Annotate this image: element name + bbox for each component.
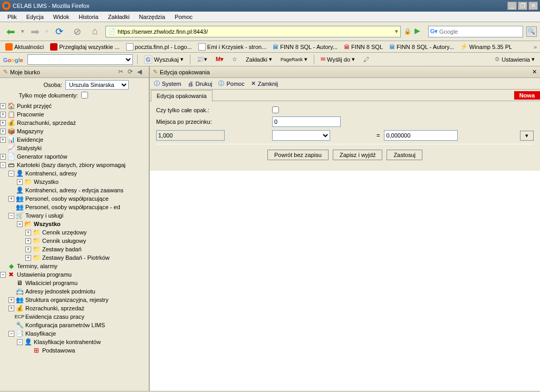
toolbar-print[interactable]: 🖨Drukuj: [188, 81, 213, 87]
menu-bookmarks[interactable]: Zakładki: [104, 13, 134, 21]
pagerank-button[interactable]: PageRank▾: [278, 55, 310, 64]
tree-node-kontrahenci[interactable]: −👤Kontrahenci, adresy: [0, 169, 149, 178]
tree-node-magazyny[interactable]: +📦Magazyny: [0, 127, 149, 135]
google-send-menu[interactable]: ✉Wyślij do▾: [319, 55, 357, 64]
tree-node-struktura[interactable]: +👥Struktura organizacyjna, rejestry: [0, 296, 149, 304]
content-panel: ✎ Edycja opakowania ✕ ⓘSystem 🖨Drukuj ⓘP…: [150, 66, 540, 391]
google-logo: Google: [3, 55, 23, 64]
dropdown-button[interactable]: ▾: [520, 131, 534, 141]
tree-node-personel-ed[interactable]: 👥Personel, osoby współpracujące - ed: [0, 203, 149, 211]
window-title: CELAB LIMS - Mozilla Firefox: [13, 3, 89, 9]
cut-icon[interactable]: ✂: [118, 68, 127, 76]
url-bar[interactable]: 📄 ▾: [105, 26, 401, 37]
google-settings-menu[interactable]: ⚙Ustawienia▾: [493, 55, 537, 64]
go-button[interactable]: ▶: [414, 26, 425, 37]
tree-node-konfiguracja[interactable]: 🔧Konfiguracja parametrów LIMS: [0, 321, 149, 329]
restore-button[interactable]: ❐: [518, 2, 527, 10]
person-select[interactable]: Urszula Siniarska: [65, 80, 129, 90]
bookmark-poczta[interactable]: poczta.finn.pl - Logo...: [124, 42, 194, 52]
search-button[interactable]: 🔍: [526, 26, 537, 37]
tree-node-pracownie[interactable]: +📋Pracownie: [0, 110, 149, 119]
select-unit[interactable]: [272, 130, 330, 141]
reload-button[interactable]: ⟳: [52, 24, 66, 39]
tree-node-towary-wszystko[interactable]: −📂Wszystko: [0, 220, 149, 228]
tree-node-cennik-urz[interactable]: +📁Cennik urzędowy: [0, 228, 149, 237]
collapse-icon[interactable]: ◀: [137, 68, 146, 76]
tree-node-adresy[interactable]: 📇Adresy jednostek podmiotu: [0, 287, 149, 296]
bookmark-finn2[interactable]: 🏛FINN 8 SQL: [342, 43, 385, 51]
google-highlight-icon[interactable]: 🖍: [361, 55, 371, 64]
google-search-menu[interactable]: GWyszukaj▾: [142, 54, 186, 65]
tree-node-cennik-usl[interactable]: +📁Cennik usługowy: [0, 237, 149, 245]
menu-history[interactable]: Historia: [74, 13, 102, 21]
menu-tools[interactable]: Narzędzia: [135, 13, 170, 21]
apply-button[interactable]: Zastosuj: [387, 150, 422, 160]
google-star-icon[interactable]: ☆: [230, 55, 239, 64]
tree-node-ewidencja-czasu[interactable]: ECPEwidencja czasu pracy: [0, 312, 149, 321]
toolbar-close[interactable]: ✕Zamknij: [251, 80, 278, 87]
close-panel-icon[interactable]: ✕: [532, 68, 537, 75]
search-input[interactable]: [438, 28, 522, 35]
tree-node-kontrahenci-wszystko[interactable]: +📁Wszystko: [0, 178, 149, 186]
tree-node-klasyfikacje[interactable]: −📑Klasyfikacje: [0, 329, 149, 338]
tree-node-zestawy-p[interactable]: +📁Zestawy Badań - Piotrków: [0, 253, 149, 262]
tab-edycja[interactable]: Edycja opakowania: [151, 90, 213, 102]
google-search-icon[interactable]: G▾: [430, 27, 438, 36]
url-input[interactable]: [118, 28, 393, 35]
back-dropdown-icon[interactable]: ▾: [21, 28, 24, 35]
gmail-icon[interactable]: M▾: [214, 55, 226, 64]
tree-node-klasyfikacje-k[interactable]: −👤Klasyfikacje kontrahentów: [0, 338, 149, 346]
checkbox-whole-only[interactable]: [272, 106, 279, 113]
tree-node-generator[interactable]: +📄Generator raportów: [0, 152, 149, 161]
google-search-field[interactable]: [27, 54, 133, 65]
bookmark-finn3[interactable]: 🏛FINN 8 SQL - Autory...: [387, 43, 456, 51]
ladybug-icon: [50, 43, 57, 51]
tree-node-ustawienia[interactable]: −✖Ustawienia programu: [0, 270, 149, 279]
refresh-icon[interactable]: ⟳: [128, 68, 136, 76]
tree-node-wlasciciel[interactable]: 🖥Właściciel programu: [0, 279, 149, 287]
back-button[interactable]: ⬅: [3, 24, 18, 39]
sidebar-title: Moje biurko: [10, 69, 40, 75]
bookmarks-overflow-icon[interactable]: »: [534, 44, 537, 50]
bookmark-finn1[interactable]: 🏛FINN 8 SQL - Autory...: [271, 43, 340, 51]
bookmark-przegladaj[interactable]: Przeglądaj wszystkie ...: [48, 42, 121, 52]
menu-file[interactable]: Plik: [3, 13, 21, 21]
search-box[interactable]: G▾: [428, 26, 523, 37]
tree-node-towary[interactable]: −🛒Towary i usługi: [0, 211, 149, 220]
home-button[interactable]: ⌂: [88, 24, 102, 39]
navigation-toolbar: ⬅ ▾ ➡ ▾ ⟳ ⊘ ⌂ 📄 ▾ 🔒 ▶ G▾ 🔍: [0, 22, 540, 41]
tree-node-zestawy[interactable]: +📁Zestawy badań: [0, 245, 149, 253]
lock-icon: 🔒: [404, 28, 411, 35]
google-bookmarks-menu[interactable]: Zakładki▾: [244, 55, 274, 64]
content-header: ✎ Edycja opakowania ✕: [150, 66, 540, 78]
menu-view[interactable]: Widok: [49, 13, 74, 21]
close-window-button[interactable]: ✕: [528, 2, 538, 10]
tree-node-kontrahenci-ed[interactable]: 👤Kontrahenci, adresy - edycja zaawans: [0, 186, 149, 194]
tab-row: Edycja opakowania Nowa: [150, 90, 540, 101]
tree-node-podstawowa[interactable]: ⊞Podstawowa: [0, 346, 149, 355]
tree-node-kartoteki[interactable]: −🗃Kartoteki (bazy danych, zbiory wspomag…: [0, 161, 149, 169]
bookmark-emi[interactable]: Emi i Krzysiek - stron...: [196, 42, 268, 52]
stop-button[interactable]: ⊘: [70, 24, 84, 39]
bookmark-winamp[interactable]: ⚡Winamp 5.35 PL: [458, 42, 514, 51]
input-result[interactable]: [384, 130, 458, 141]
url-dropdown-icon[interactable]: ▾: [395, 28, 398, 35]
tree-node-punkt[interactable]: +🏠Punkt przyjęć: [0, 102, 149, 110]
google-news-icon[interactable]: 📰▾: [195, 55, 209, 64]
tree-node-ewidencje[interactable]: +📊Ewidencje: [0, 135, 149, 144]
menu-help[interactable]: Pomoc: [170, 13, 197, 21]
menu-edit[interactable]: Edycja: [22, 13, 48, 21]
cancel-button[interactable]: Powrót bez zapisu: [267, 150, 329, 160]
input-decimals[interactable]: [272, 116, 341, 127]
tree-node-personel[interactable]: +👥Personel, osoby współpracujące: [0, 194, 149, 203]
toolbar-system[interactable]: ⓘSystem: [154, 80, 181, 87]
save-close-button[interactable]: Zapisz i wyjdź: [333, 150, 382, 160]
tree-node-statystyki[interactable]: 📈Statystyki: [0, 144, 149, 152]
mydocs-checkbox[interactable]: [81, 92, 88, 99]
tree-node-rozrachunki2[interactable]: +💰Rozrachunki, sprzedaż: [0, 304, 149, 312]
minimize-button[interactable]: _: [507, 2, 517, 10]
tree-node-rozrachunki[interactable]: +💰Rozrachunki, sprzedaż: [0, 119, 149, 127]
bookmark-aktualnosci[interactable]: Aktualności: [3, 42, 46, 52]
tree-node-terminy[interactable]: ◆Terminy, alarmy: [0, 262, 149, 270]
toolbar-help[interactable]: ⓘPomoc: [218, 80, 244, 87]
